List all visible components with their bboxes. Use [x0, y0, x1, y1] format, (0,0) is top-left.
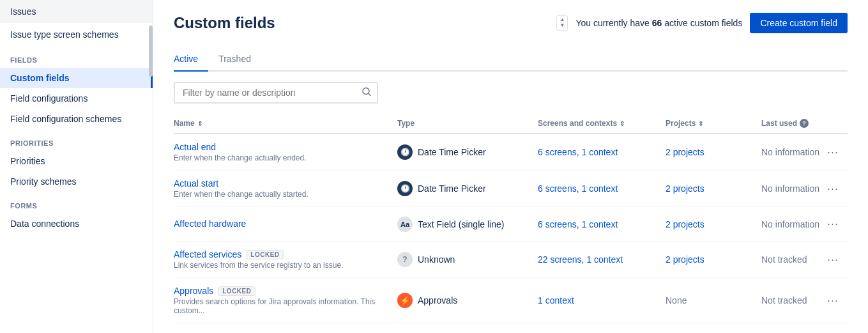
filter-input[interactable]: [174, 82, 378, 104]
sidebar-scrollbar[interactable]: [149, 0, 153, 333]
field-description: Link services from the service registry …: [174, 261, 397, 270]
last-used-cell: No information: [761, 183, 822, 194]
projects-cell: 2 projects: [666, 147, 761, 157]
sort-control[interactable]: ▲ ▼: [556, 15, 568, 31]
sidebar-scrollbar-thumb: [149, 26, 153, 77]
search-icon: [362, 87, 372, 99]
col-last-used: Last used ?: [761, 119, 822, 128]
col-projects: Projects ⇕: [666, 119, 761, 128]
field-name-cell: Affected hardware: [174, 219, 397, 230]
field-name-cell: Approvals LOCKED Provides search options…: [174, 286, 397, 315]
more-options-button[interactable]: ···: [822, 291, 844, 310]
create-custom-field-button[interactable]: Create custom field: [750, 13, 848, 33]
more-options-button[interactable]: ···: [822, 143, 844, 162]
projects-cell: 2 projects: [666, 219, 761, 229]
table-row: Approvals LOCKED Provides search options…: [174, 278, 848, 323]
field-description: Enter when the change actually started.: [174, 190, 397, 199]
type-label: Date Time Picker: [418, 147, 486, 157]
field-name-link[interactable]: Affected hardware: [174, 219, 246, 229]
sort-arrow-screens[interactable]: ⇕: [620, 120, 625, 127]
field-name-link[interactable]: Actual start: [174, 178, 218, 189]
table-row: Affected hardware Aa Text Field (single …: [174, 207, 848, 242]
actions-cell: ···: [822, 143, 848, 162]
type-icon: Aa: [397, 217, 413, 232]
sidebar-item-issues[interactable]: Issues: [0, 0, 153, 23]
screens-cell: 6 screens, 1 context: [538, 219, 666, 229]
filter-input-wrap: [174, 82, 378, 104]
field-name-link[interactable]: Affected services: [174, 249, 241, 259]
sidebar-item-issue-type-screen-schemes[interactable]: Issue type screen schemes: [0, 23, 153, 46]
field-name-cell: Actual start Enter when the change actua…: [174, 178, 397, 199]
sidebar-section-forms: FORMS: [0, 192, 153, 213]
svg-line-1: [369, 93, 371, 96]
col-screens: Screens and contexts ⇕: [538, 119, 666, 128]
projects-none: None: [666, 295, 687, 306]
sidebar-item-custom-fields[interactable]: Custom fields: [0, 68, 153, 88]
table-row: Affected services LOCKED Link services f…: [174, 242, 848, 278]
screens-link[interactable]: 1 context: [538, 295, 574, 306]
table-body: Actual end Enter when the change actuall…: [174, 134, 848, 323]
locked-badge: LOCKED: [247, 250, 283, 259]
type-icon: 🕐: [397, 181, 413, 196]
sidebar-item-priorities[interactable]: Priorities: [0, 151, 153, 171]
last-used-cell: Not tracked: [761, 254, 822, 265]
sort-arrow-name[interactable]: ⇕: [197, 120, 202, 127]
type-icon: ⚡: [397, 293, 413, 308]
field-type-cell: Aa Text Field (single line): [397, 217, 538, 232]
page-header: Custom fields ▲ ▼ You currently have 66 …: [174, 13, 848, 33]
field-type-cell: ⚡ Approvals: [397, 293, 538, 308]
screens-cell: 22 screens, 1 context: [538, 254, 666, 265]
projects-cell: None: [666, 295, 761, 306]
page-title: Custom fields: [174, 14, 275, 32]
type-label: Date Time Picker: [418, 183, 486, 194]
projects-link[interactable]: 2 projects: [666, 254, 704, 265]
screens-link[interactable]: 6 screens, 1 context: [538, 219, 618, 229]
sidebar: Issues Issue type screen schemes FIELDS …: [0, 0, 153, 333]
field-description: Enter when the change actually ended.: [174, 153, 397, 162]
field-description: Provides search options for Jira approva…: [174, 297, 397, 315]
sort-arrow-projects[interactable]: ⇕: [698, 120, 703, 127]
sidebar-item-data-connections[interactable]: Data connections: [0, 213, 153, 234]
active-count-text: You currently have 66 active custom fiel…: [575, 18, 742, 28]
sidebar-item-field-configuration-schemes[interactable]: Field configuration schemes: [0, 109, 153, 129]
table-header: Name ⇕ Type Screens and contexts ⇕ Proje…: [174, 114, 848, 134]
field-type-cell: 🕐 Date Time Picker: [397, 144, 538, 160]
actions-cell: ···: [822, 180, 848, 198]
tabs: Active Trashed: [174, 49, 848, 72]
last-used-help-icon[interactable]: ?: [800, 119, 809, 128]
screens-link[interactable]: 6 screens, 1 context: [538, 147, 618, 157]
filter-bar: [174, 82, 848, 104]
sidebar-item-priority-schemes[interactable]: Priority schemes: [0, 171, 153, 192]
more-options-button[interactable]: ···: [822, 251, 844, 269]
screens-link[interactable]: 22 screens, 1 context: [538, 254, 623, 265]
tab-trashed[interactable]: Trashed: [218, 49, 261, 72]
header-right: ▲ ▼ You currently have 66 active custom …: [556, 13, 848, 33]
screens-cell: 6 screens, 1 context: [538, 147, 666, 157]
sidebar-section-priorities: PRIORITIES: [0, 129, 153, 151]
screens-link[interactable]: 6 screens, 1 context: [538, 183, 618, 194]
sidebar-item-field-configurations[interactable]: Field configurations: [0, 88, 153, 109]
last-used-cell: No information: [761, 219, 822, 229]
last-used-cell: Not tracked: [761, 295, 822, 306]
more-options-button[interactable]: ···: [822, 215, 844, 233]
table-row: Actual start Enter when the change actua…: [174, 171, 848, 207]
field-name-cell: Actual end Enter when the change actuall…: [174, 142, 397, 162]
field-name-link[interactable]: Approvals: [174, 286, 213, 296]
tab-active[interactable]: Active: [174, 49, 208, 72]
type-icon: 🕐: [397, 144, 413, 160]
locked-badge: LOCKED: [218, 286, 255, 296]
projects-cell: 2 projects: [666, 254, 761, 265]
type-label: Unknown: [418, 254, 455, 265]
projects-link[interactable]: 2 projects: [666, 147, 704, 157]
screens-cell: 1 context: [538, 295, 666, 306]
main-content: Custom fields ▲ ▼ You currently have 66 …: [153, 0, 868, 333]
type-label: Approvals: [418, 295, 457, 306]
field-name-link[interactable]: Actual end: [174, 142, 216, 152]
projects-link[interactable]: 2 projects: [666, 219, 704, 229]
actions-cell: ···: [822, 215, 848, 233]
more-options-button[interactable]: ···: [822, 180, 844, 198]
projects-cell: 2 projects: [666, 183, 761, 194]
type-label: Text Field (single line): [418, 219, 504, 229]
projects-link[interactable]: 2 projects: [666, 183, 704, 194]
col-type: Type: [397, 119, 538, 128]
